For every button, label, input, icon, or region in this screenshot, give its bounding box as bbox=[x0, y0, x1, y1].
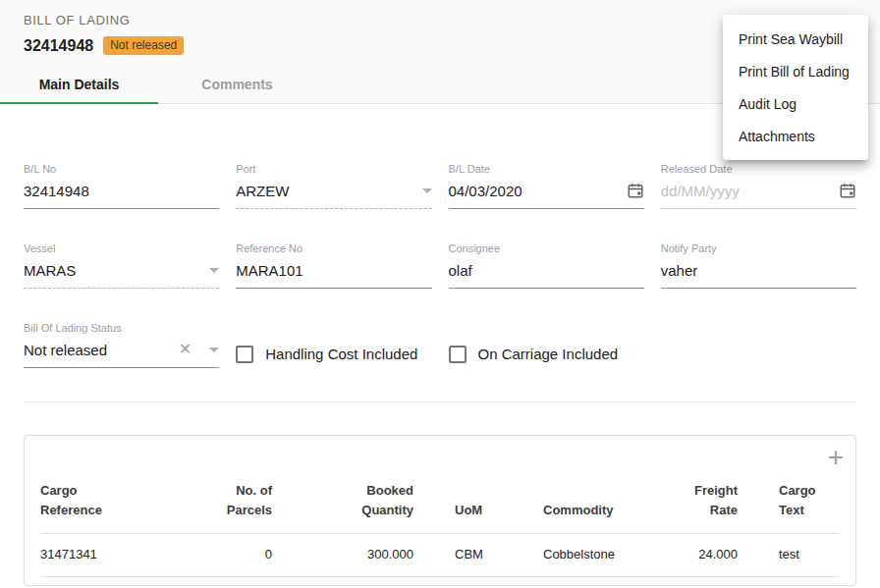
chevron-down-icon bbox=[209, 347, 219, 352]
checkbox-handling-cost-included[interactable]: Handling Cost Included bbox=[236, 340, 431, 368]
chevron-down-icon bbox=[422, 188, 432, 193]
column-header: Cargo Reference bbox=[40, 481, 222, 534]
tab-comments[interactable]: Comments bbox=[158, 65, 316, 103]
clear-icon[interactable]: ✕ bbox=[179, 342, 192, 357]
field-label: Vessel bbox=[24, 242, 219, 254]
form-row-3: Bill Of Lading Status Not released ✕ Han… bbox=[24, 322, 856, 368]
tab-main-details[interactable]: Main Details bbox=[0, 65, 158, 103]
bl-number: 32414948 bbox=[24, 37, 93, 55]
field-port: Port ARZEW bbox=[236, 163, 431, 209]
field-value: olaf bbox=[449, 262, 472, 279]
form-row-1: B/L No 32414948 Port ARZEW B/L Date 04/0… bbox=[24, 163, 856, 209]
cell-no-of-parcels: 0 bbox=[222, 534, 272, 577]
column-header: Commodity bbox=[543, 501, 671, 534]
bl-status-select[interactable]: Not released ✕ bbox=[24, 341, 219, 368]
field-placeholder: dd/MM/yyyy bbox=[661, 183, 740, 199]
reference-no-input[interactable]: MARA101 bbox=[236, 261, 431, 289]
field-value: Not released bbox=[24, 342, 107, 358]
cell-booked-quantity: 300.000 bbox=[272, 534, 413, 577]
field-label: Reference No bbox=[236, 242, 431, 254]
context-menu: Print Sea Waybill Print Bill of Lading A… bbox=[723, 15, 868, 160]
chevron-down-icon bbox=[209, 268, 219, 273]
column-header: No. of Parcels bbox=[222, 481, 272, 534]
field-label: B/L Date bbox=[449, 163, 644, 175]
menu-item-attachments[interactable]: Attachments bbox=[723, 120, 868, 152]
plus-icon: + bbox=[828, 442, 844, 472]
field-reference-no: Reference No MARA101 bbox=[236, 242, 431, 289]
calendar-icon[interactable] bbox=[839, 182, 856, 199]
add-cargo-button[interactable]: + bbox=[828, 444, 844, 471]
table-row[interactable]: 31471341 0 300.000 CBM Cobbelstone 24.00… bbox=[40, 534, 840, 577]
field-label: Bill Of Lading Status bbox=[24, 322, 219, 334]
menu-item-audit-log[interactable]: Audit Log bbox=[723, 87, 868, 120]
checkbox-box bbox=[449, 346, 467, 363]
port-select[interactable]: ARZEW bbox=[236, 182, 431, 209]
field-label: Port bbox=[236, 163, 431, 175]
section-divider bbox=[24, 401, 856, 402]
field-value: 32414948 bbox=[24, 183, 89, 199]
menu-item-print-bill-of-lading[interactable]: Print Bill of Lading bbox=[723, 55, 868, 87]
cell-freight-rate: 24.000 bbox=[671, 534, 738, 577]
checkbox-label: Handling Cost Included bbox=[265, 346, 417, 362]
field-value: MARAS bbox=[24, 262, 76, 279]
notify-party-input[interactable]: vaher bbox=[661, 261, 856, 289]
field-bl-status: Bill Of Lading Status Not released ✕ bbox=[24, 322, 219, 368]
column-header: UoM bbox=[413, 501, 543, 534]
checkbox-box bbox=[236, 346, 253, 363]
menu-item-print-sea-waybill[interactable]: Print Sea Waybill bbox=[723, 23, 868, 55]
field-consignee: Consignee olaf bbox=[449, 242, 644, 289]
released-date-input[interactable]: dd/MM/yyyy bbox=[661, 182, 856, 209]
field-label: Released Date bbox=[661, 163, 856, 175]
form-row-2: Vessel MARAS Reference No MARA101 Consig… bbox=[24, 242, 856, 289]
bl-date-input[interactable]: 04/03/2020 bbox=[449, 182, 644, 209]
bl-no-input[interactable]: 32414948 bbox=[24, 182, 219, 209]
cell-uom: CBM bbox=[413, 534, 543, 577]
field-released-date: Released Date dd/MM/yyyy bbox=[661, 163, 856, 209]
field-label: B/L No bbox=[24, 163, 219, 175]
cell-cargo-text: test bbox=[738, 534, 840, 577]
field-notify-party: Notify Party vaher bbox=[661, 242, 856, 289]
column-header: Booked Quantity bbox=[272, 481, 413, 534]
vessel-select[interactable]: MARAS bbox=[24, 261, 219, 289]
cargo-table-header: Cargo Reference No. of Parcels Booked Qu… bbox=[40, 481, 840, 534]
calendar-icon[interactable] bbox=[627, 182, 644, 199]
cargo-card: + Cargo Reference No. of Parcels Booked … bbox=[24, 435, 856, 586]
tab-label: Main Details bbox=[39, 77, 120, 92]
bill-of-lading-page: BILL OF LADING 32414948 Not released Mai… bbox=[0, 0, 880, 588]
field-value: 04/03/2020 bbox=[449, 183, 522, 199]
field-vessel: Vessel MARAS bbox=[24, 242, 219, 289]
field-value: ARZEW bbox=[236, 183, 289, 199]
cell-commodity: Cobbelstone bbox=[543, 534, 671, 577]
status-badge: Not released bbox=[103, 36, 184, 55]
column-header: Freight Rate bbox=[671, 481, 738, 534]
field-bl-no: B/L No 32414948 bbox=[24, 163, 219, 209]
consignee-input[interactable]: olaf bbox=[449, 261, 644, 289]
field-value: vaher bbox=[661, 262, 698, 279]
tab-label: Comments bbox=[201, 77, 272, 92]
field-bl-date: B/L Date 04/03/2020 bbox=[449, 163, 644, 209]
checkbox-on-carriage-included[interactable]: On Carriage Included bbox=[449, 340, 644, 368]
checkbox-label: On Carriage Included bbox=[478, 346, 619, 362]
field-value: MARA101 bbox=[236, 262, 302, 279]
field-label: Consignee bbox=[449, 242, 644, 254]
field-label: Notify Party bbox=[661, 242, 856, 254]
cell-cargo-reference: 31471341 bbox=[40, 534, 222, 577]
column-header: Cargo Text bbox=[738, 481, 840, 534]
